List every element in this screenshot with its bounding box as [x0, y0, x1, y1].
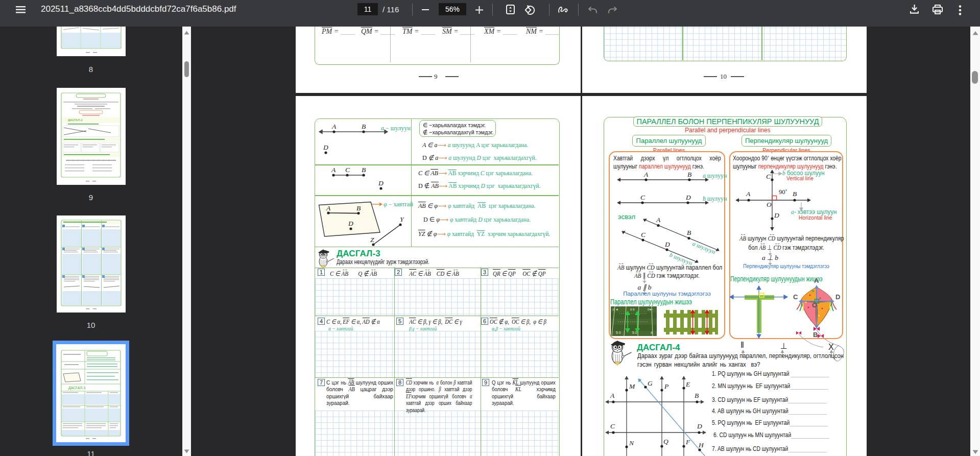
svg-text:B: B — [687, 171, 691, 178]
svg-text:B: B — [695, 392, 699, 399]
svg-text:90˚: 90˚ — [779, 188, 787, 196]
svg-text:4: 4 — [651, 331, 653, 334]
svg-text:5 0: 5 0 — [632, 331, 637, 334]
svg-text:D: D — [323, 143, 328, 151]
svg-text:O: O — [812, 301, 817, 309]
svg-text:0►-: 0►- — [648, 308, 653, 311]
svg-text:D: D — [664, 241, 670, 248]
svg-text:B: B — [362, 123, 366, 130]
svg-text:E: E — [685, 380, 690, 388]
svg-text:5 0: 5 0 — [616, 331, 621, 334]
svg-text:D: D — [697, 422, 702, 430]
svg-text:C: C — [641, 231, 646, 238]
svg-text:Q: Q — [663, 438, 668, 445]
svg-text:.0 ◄: .0 ◄ — [612, 308, 618, 311]
svg-text:C: C — [610, 422, 615, 430]
svg-text:B: B — [793, 190, 797, 198]
svg-text:D: D — [774, 211, 779, 219]
svg-text:C: C — [793, 293, 798, 301]
svg-text:D: D — [348, 220, 353, 227]
svg-text:D: D — [378, 179, 384, 187]
svg-text:A: A — [643, 171, 649, 178]
svg-text:B: B — [813, 331, 818, 339]
svg-text:F: F — [685, 438, 690, 446]
svg-text:C: C — [640, 194, 646, 201]
svg-text:C: C — [766, 173, 771, 180]
svg-text:A: A — [331, 166, 336, 174]
svg-text:G: G — [648, 379, 653, 387]
svg-text:M: M — [629, 382, 635, 390]
svg-text:D: D — [685, 194, 691, 201]
svg-text:A: A — [814, 277, 819, 284]
svg-text:0 9: 0 9 — [630, 308, 635, 311]
svg-text:Y: Y — [400, 215, 404, 223]
svg-text:P: P — [664, 382, 668, 390]
svg-text:B: B — [687, 229, 691, 236]
svg-text:A: A — [656, 216, 661, 224]
svg-text:A: A — [746, 190, 751, 198]
svg-text:A: A — [331, 123, 337, 130]
svg-text:B: B — [356, 204, 361, 212]
svg-text:B: B — [362, 166, 366, 174]
svg-text:O: O — [767, 201, 772, 208]
svg-text:N: N — [629, 439, 634, 447]
svg-text:A: A — [326, 204, 331, 212]
svg-text:Z: Z — [370, 236, 374, 244]
svg-text:a шулуун: a шулуун — [691, 240, 717, 256]
svg-text:ДАСГАЛ-2: ДАСГАЛ-2 — [68, 118, 83, 122]
svg-text:b шулуун: b шулуун — [703, 195, 727, 202]
svg-text:A: A — [610, 392, 615, 399]
svg-text:D: D — [835, 293, 840, 301]
svg-text:C: C — [345, 166, 350, 174]
svg-text:H: H — [698, 441, 704, 449]
svg-text:ДАСГАЛ-3: ДАСГАЛ-3 — [68, 386, 85, 390]
svg-text:a шулуун: a шулуун — [703, 172, 727, 179]
